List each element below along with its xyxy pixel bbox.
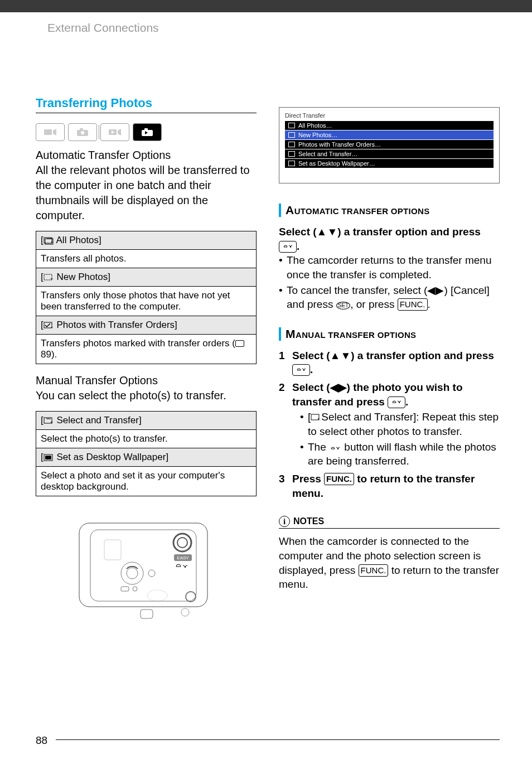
select-transfer-icon (311, 414, 321, 422)
opt-label: Photos with Transfer Orders] (56, 320, 177, 330)
table-row: [ Set as Desktop Wallpaper] (36, 448, 257, 467)
up-down-icon: ▲▼ (330, 350, 351, 361)
up-down-icon: ▲▼ (317, 226, 338, 238)
direct-transfer-screenshot: Direct Transfer All Photos… New Photos… … (279, 107, 500, 183)
print-transfer-button-icon (388, 396, 405, 408)
opt-label: All Photos] (56, 235, 101, 245)
svg-marker-1 (53, 129, 56, 136)
manual-ref-icon (235, 340, 244, 347)
svg-point-16 (51, 278, 52, 279)
manual-options-table: [ Select and Transfer] Select the photo(… (36, 411, 257, 496)
right-column: Direct Transfer All Photos… New Photos… … (279, 96, 500, 623)
top-bar (0, 0, 532, 12)
svg-rect-24 (45, 456, 51, 460)
opt-desc: Transfers all photos. (36, 250, 257, 268)
sub-bullet: [Select and Transfer]: Repeat this step … (300, 410, 500, 438)
mode-video-play-icon (100, 123, 129, 141)
select-transfer-icon (43, 417, 54, 425)
table-row: [ Select and Transfer] (36, 412, 257, 430)
mode-photo-play-icon (133, 123, 162, 141)
svg-point-13 (51, 241, 52, 243)
opt-label: Select and Transfer] (56, 415, 141, 425)
svg-rect-3 (80, 128, 83, 130)
auto-options-table: [ All Photos] Transfers all photos. [ Ne… (36, 231, 257, 364)
svg-point-17 (52, 278, 53, 279)
func-button-icon: FUNC. (359, 564, 389, 577)
svg-point-33 (127, 568, 138, 579)
svg-point-14 (52, 241, 53, 242)
list-item: Set as Desktop Wallpaper… (285, 159, 494, 168)
manual-instructions: Select (▲▼) a transfer option and press … (279, 349, 500, 500)
auto-bar-heading: AUTOMATIC TRANSFER OPTIONS (279, 204, 500, 217)
step: Press FUNC. to return to the transfer me… (279, 472, 500, 500)
step: Select (▲▼) a transfer option and press … (279, 349, 500, 377)
all-photos-icon (288, 123, 295, 128)
func-button-icon: FUNC. (324, 473, 354, 485)
table-row: [ Photos with Transfer Orders] (36, 316, 257, 335)
svg-rect-15 (44, 274, 52, 280)
left-right-icon: ◀▶ (330, 381, 347, 393)
svg-rect-39 (141, 610, 153, 618)
manual-body: You can select the photo(s) to transfer. (36, 388, 257, 403)
notes-label: NOTES (293, 516, 324, 526)
auto-heading: Automatic Transfer Options (36, 149, 257, 162)
print-transfer-button-icon (292, 364, 310, 376)
opt-label: Set as Desktop Wallpaper] (56, 452, 168, 462)
left-column: Transferring Photos Automatic Transfer O… (36, 96, 257, 623)
wallpaper-icon (43, 454, 54, 462)
auto-instructions: Select (▲▼) a transfer option and press … (279, 225, 500, 312)
new-photos-icon (43, 274, 54, 282)
manual-bar-heading: MANUAL TRANSFER OPTIONS (279, 327, 500, 341)
svg-rect-9 (144, 128, 148, 130)
svg-rect-42 (311, 414, 319, 420)
camcorder-illustration: EASY (36, 517, 257, 623)
opt-desc: Transfers only those photos that have no… (36, 287, 257, 316)
auto-body: All the relevant photos will be transfer… (36, 163, 257, 223)
svg-point-4 (81, 131, 84, 134)
table-row: [ All Photos] (36, 231, 257, 250)
wallpaper-icon (288, 161, 295, 166)
notes-body: When the camcorder is connected to the c… (279, 534, 500, 592)
info-icon: i (279, 516, 290, 527)
opt-desc: Transfers photos marked with transfer or… (36, 335, 257, 364)
mode-video-rec-icon (36, 123, 65, 141)
sub-bullet: The button will flash while the photos a… (300, 440, 500, 468)
mode-photo-rec-icon (68, 123, 97, 141)
screenshot-title: Direct Transfer (285, 112, 494, 119)
manual-heading: Manual Transfer Options (36, 374, 257, 387)
list-item: Photos with Transfer Orders… (285, 140, 494, 149)
svg-point-21 (51, 422, 52, 423)
bullet: The camcorder returns to the transfer me… (279, 253, 500, 282)
page-number: 88 (36, 734, 47, 747)
svg-point-19 (51, 327, 52, 328)
svg-rect-41 (104, 540, 121, 560)
step: Select (◀▶) the photo you wish to transf… (279, 380, 500, 468)
svg-rect-0 (44, 129, 52, 135)
svg-point-40 (181, 608, 189, 616)
svg-marker-6 (118, 129, 121, 136)
func-button-icon: FUNC. (398, 298, 428, 311)
svg-text:EASY: EASY (177, 555, 189, 560)
list-item: New Photos… (285, 130, 494, 139)
section-title: Transferring Photos (36, 96, 257, 113)
opt-desc: Select the photo(s) to transfer. (36, 430, 257, 448)
print-transfer-glyph-icon (329, 441, 341, 453)
bullet: To cancel the transfer, select (◀▶) [Can… (279, 283, 500, 312)
page-rule (56, 739, 500, 740)
opt-desc: Select a photo and set it as your comput… (36, 467, 257, 496)
all-photos-icon (43, 237, 54, 245)
transfer-orders-icon (43, 322, 54, 330)
table-row: [ New Photos] (36, 268, 257, 287)
notes-heading: i NOTES (279, 516, 500, 529)
list-item: Select and Transfer… (285, 149, 494, 158)
svg-point-22 (52, 422, 53, 422)
breadcrumb: External Connections (47, 21, 159, 35)
print-transfer-button-icon (279, 241, 297, 253)
select-transfer-icon (288, 151, 295, 157)
svg-point-43 (318, 418, 319, 419)
new-photos-icon (288, 132, 295, 138)
opt-label: New Photos] (56, 272, 110, 282)
left-right-icon: ◀▶ (427, 284, 444, 296)
set-button-icon: SET (336, 302, 350, 309)
list-item: All Photos… (285, 121, 494, 130)
